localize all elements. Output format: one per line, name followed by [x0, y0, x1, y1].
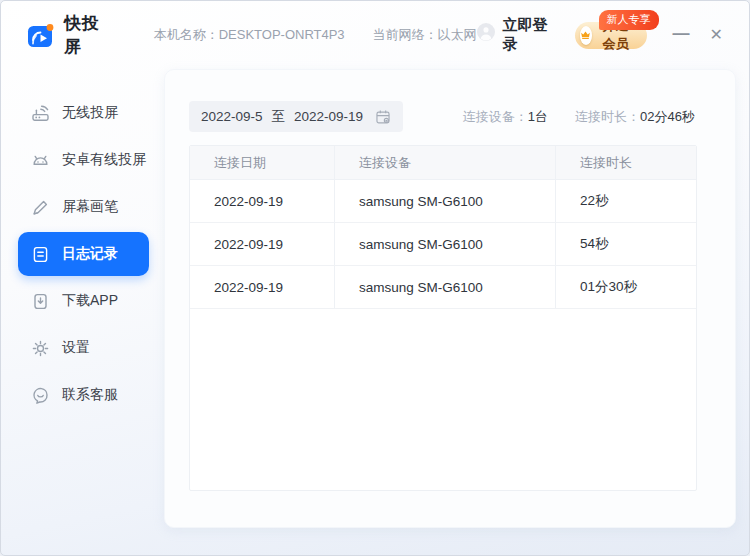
- table-row[interactable]: 2022-09-19 samsung SM-G6100 54秒: [190, 223, 696, 266]
- cell-connect-device: samsung SM-G6100: [335, 223, 556, 265]
- sidebar-item-label: 日志记录: [62, 245, 118, 263]
- table-header-cell: 连接设备: [335, 146, 556, 179]
- crown-icon: [580, 26, 593, 45]
- current-network-label: 当前网络：: [373, 27, 438, 42]
- log-record-icon: [31, 245, 50, 264]
- devices-stat-value: 1台: [528, 108, 548, 126]
- table-row[interactable]: 2022-09-19 samsung SM-G6100 22秒: [190, 180, 696, 223]
- sidebar-item-label: 设置: [62, 339, 90, 357]
- cell-connect-duration: 22秒: [556, 180, 696, 222]
- new-user-badge: 新人专享: [599, 10, 659, 30]
- cell-connect-duration: 54秒: [556, 223, 696, 265]
- close-button[interactable]: ✕: [710, 27, 723, 43]
- table-row[interactable]: 2022-09-19 samsung SM-G6100 01分30秒: [190, 266, 696, 309]
- machine-name: 本机名称：DESKTOP-ONRT4P3: [154, 26, 345, 44]
- date-range-separator: 至: [272, 108, 286, 126]
- avatar[interactable]: [477, 23, 495, 47]
- android-usb-cast-icon: [31, 151, 50, 170]
- sidebar-item-label: 联系客服: [62, 386, 118, 404]
- connection-log-table: 连接日期连接设备连接时长 2022-09-19 samsung SM-G6100…: [189, 145, 697, 491]
- calendar-icon: [375, 109, 391, 125]
- sidebar-item-download-app[interactable]: 下载APP: [18, 279, 149, 323]
- app-title: 快投屏: [64, 12, 110, 58]
- machine-name-label: 本机名称：: [154, 27, 219, 42]
- table-header-row: 连接日期连接设备连接时长: [190, 146, 696, 180]
- app-window: 快投屏 本机名称：DESKTOP-ONRT4P3 当前网络：以太网 立即登录: [0, 0, 750, 556]
- date-range-end: 2022-09-19: [294, 109, 363, 124]
- table-body: 2022-09-19 samsung SM-G6100 22秒 2022-09-…: [190, 180, 696, 309]
- sidebar-item-label: 下载APP: [62, 292, 118, 310]
- screen-pen-icon: [31, 198, 50, 217]
- vip-area: 开通会员 新人专享: [575, 22, 647, 49]
- connection-stats: 连接设备： 1台 连接时长： 02分46秒: [463, 108, 695, 126]
- sidebar-item-label: 无线投屏: [62, 104, 118, 122]
- devices-stat-label: 连接设备：: [463, 108, 528, 126]
- cell-connect-date: 2022-09-19: [190, 266, 335, 308]
- table-header-cell: 连接时长: [556, 146, 696, 179]
- sidebar-menu: 无线投屏 安卓有线投屏 屏幕画笔 日志记录 下载APP 设置 联系客服: [1, 69, 164, 555]
- sidebar-item-android-usb-cast[interactable]: 安卓有线投屏: [18, 138, 149, 182]
- sidebar-item-wireless-cast[interactable]: 无线投屏: [18, 91, 149, 135]
- minimize-button[interactable]: —: [673, 25, 690, 42]
- titlebar: 快投屏 本机名称：DESKTOP-ONRT4P3 当前网络：以太网 立即登录: [1, 1, 749, 69]
- log-toolbar: 2022-09-5 至 2022-09-19 连接设备： 1台 连接时长：: [189, 101, 695, 132]
- sidebar-item-log-record[interactable]: 日志记录: [18, 232, 149, 276]
- cell-connect-device: samsung SM-G6100: [335, 180, 556, 222]
- current-network: 当前网络：以太网: [373, 26, 477, 44]
- download-app-icon: [31, 292, 50, 311]
- settings-gear-icon: [31, 339, 50, 358]
- sidebar-item-label: 安卓有线投屏: [62, 151, 146, 169]
- duration-stat-label: 连接时长：: [575, 108, 640, 126]
- duration-stat-value: 02分46秒: [640, 108, 695, 126]
- wireless-cast-icon: [31, 104, 50, 123]
- sidebar-item-settings-gear[interactable]: 设置: [18, 326, 149, 370]
- table-header-cell: 连接日期: [190, 146, 335, 179]
- app-logo-icon: [27, 23, 55, 48]
- sidebar-item-screen-pen[interactable]: 屏幕画笔: [18, 185, 149, 229]
- machine-name-value: DESKTOP-ONRT4P3: [219, 27, 345, 42]
- cell-connect-date: 2022-09-19: [190, 180, 335, 222]
- current-network-value: 以太网: [438, 27, 477, 42]
- sidebar-item-label: 屏幕画笔: [62, 198, 118, 216]
- cell-connect-date: 2022-09-19: [190, 223, 335, 265]
- customer-service-icon: [31, 386, 50, 405]
- sidebar-item-customer-service[interactable]: 联系客服: [18, 373, 149, 417]
- log-panel: 2022-09-5 至 2022-09-19 连接设备： 1台 连接时长：: [164, 69, 736, 528]
- cell-connect-device: samsung SM-G6100: [335, 266, 556, 308]
- titlebar-right: 立即登录 开通会员 新人专享 — ✕: [477, 16, 723, 54]
- date-range-start: 2022-09-5: [201, 109, 263, 124]
- date-range-picker[interactable]: 2022-09-5 至 2022-09-19: [189, 101, 403, 132]
- cell-connect-duration: 01分30秒: [556, 266, 696, 308]
- login-button[interactable]: 立即登录: [503, 16, 548, 54]
